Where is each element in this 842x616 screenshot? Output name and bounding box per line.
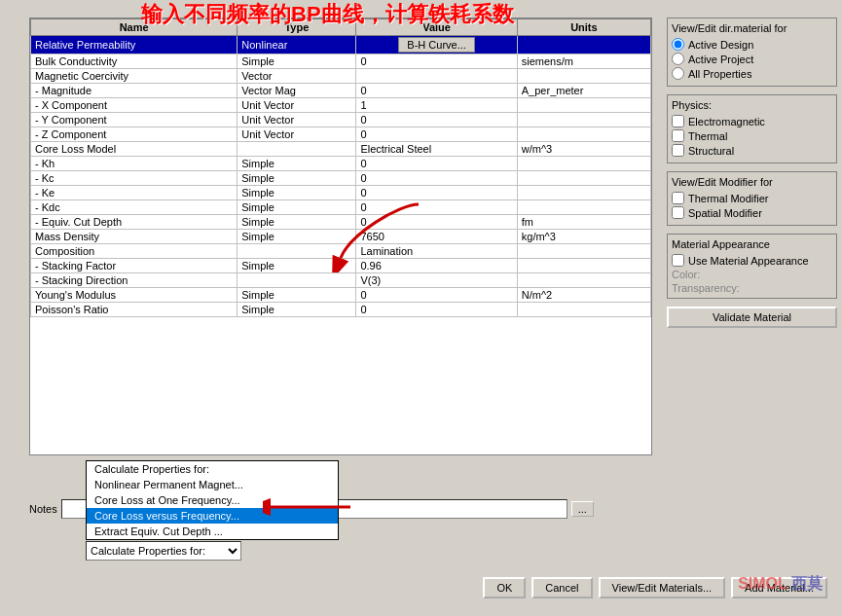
row-units-cell: A_per_meter [517,84,650,98]
notes-browse-button[interactable]: ... [571,501,594,517]
row-units-cell [517,127,650,142]
row-units-cell: w/m^3 [517,142,650,157]
row-type-cell: Simple [238,303,356,317]
row-units-cell [517,113,650,127]
ok-button[interactable]: OK [483,577,526,598]
row-units-cell [517,200,650,215]
red-arrow-2 [263,478,360,536]
spatial-modifier-label: Spatial Modifier [688,207,762,219]
row-value-cell: V(3) [356,273,517,288]
thermal-modifier-checkbox[interactable] [672,192,684,204]
row-value-cell: 0 [356,54,517,69]
table-row[interactable]: Relative PermeabilityNonlinearB-H Curve.… [31,36,651,54]
radio-all-properties-label: All Properties [688,68,751,80]
row-units-cell [517,186,650,200]
table-row[interactable]: Young's ModulusSimple0N/m^2 [31,288,651,303]
row-value-cell: 0 [356,113,517,127]
row-name-cell: - Equiv. Cut Depth [31,215,238,230]
row-value-cell: 0 [356,84,517,98]
radio-active-design[interactable]: Active Design [672,38,832,51]
radio-active-project-input[interactable] [672,53,684,65]
row-value-cell: 0 [356,157,517,171]
row-name-cell: - Stacking Factor [31,259,238,273]
row-type-cell: Simple [238,157,356,171]
row-name-cell: Bulk Conductivity [31,54,238,69]
radio-active-project[interactable]: Active Project [672,53,832,65]
red-arrow-1 [331,195,448,272]
view-edit-materials-button[interactable]: View/Edit Materials... [599,577,726,598]
row-name-cell: Mass Density [31,230,238,244]
calculate-properties-dropdown[interactable]: Calculate Properties for:Nonlinear Perma… [86,541,241,561]
row-units-cell [517,273,650,288]
row-type-cell [238,273,356,288]
row-type-cell: Simple [238,171,356,186]
electromagnetic-checkbox[interactable] [672,115,684,127]
row-name-cell: - Kc [31,171,238,186]
thermal-modifier[interactable]: Thermal Modifier [672,192,832,204]
bottom-buttons-row: OK Cancel View/Edit Materials... Add Mat… [29,577,827,598]
table-row[interactable]: - Stacking DirectionV(3) [31,273,651,288]
cancel-button[interactable]: Cancel [531,577,592,598]
row-type-cell: Unit Vector [238,127,356,142]
row-units-cell [517,171,650,186]
row-name-cell: - Kdc [31,200,238,215]
color-label: Color: [672,269,700,280]
table-row[interactable]: Core Loss ModelElectrical Steelw/m^3 [31,142,651,157]
row-value-cell: 0 [356,303,517,317]
table-row[interactable]: - Y ComponentUnit Vector0 [31,113,651,127]
annotation-text: 输入不同频率的BP曲线，计算铁耗系数 [141,0,514,29]
bh-curve-button[interactable]: B-H Curve... [398,37,475,53]
row-value-cell: 0 [356,288,517,303]
row-name-cell: Poisson's Ratio [31,303,238,317]
color-row: Color: [672,269,832,280]
row-name-cell: - Stacking Direction [31,273,238,288]
table-row[interactable]: Poisson's RatioSimple0 [31,303,651,317]
row-name-cell: - Z Component [31,127,238,142]
notes-label: Notes [29,503,57,515]
radio-active-design-input[interactable] [672,38,684,51]
validate-material-button[interactable]: Validate Material [667,307,837,328]
physics-thermal[interactable]: Thermal [672,129,832,142]
physics-structural[interactable]: Structural [672,144,832,157]
table-row[interactable]: - MagnitudeVector Mag0A_per_meter [31,84,651,98]
electromagnetic-label: Electromagnetic [688,116,765,127]
table-row[interactable]: - KhSimple0 [31,157,651,171]
row-units-cell [517,157,650,171]
thermal-modifier-label: Thermal Modifier [688,193,769,204]
table-row[interactable]: - X ComponentUnit Vector1 [31,98,651,113]
spatial-modifier-checkbox[interactable] [672,206,684,219]
row-value-cell: 0 [356,127,517,142]
table-row[interactable]: - KcSimple0 [31,171,651,186]
spatial-modifier[interactable]: Spatial Modifier [672,206,832,219]
dropdown-option-0[interactable]: Calculate Properties for: [87,461,338,477]
row-name-cell: Relative Permeability [31,36,238,54]
transparency-row: Transparency: [672,282,832,294]
radio-all-properties[interactable]: All Properties [672,67,832,80]
physics-electromagnetic[interactable]: Electromagnetic [672,115,832,127]
structural-checkbox[interactable] [672,144,684,157]
modifier-group: View/Edit Modifier for Thermal Modifier … [667,171,837,226]
appearance-title: Material Appearance [672,238,832,250]
row-type-cell: Unit Vector [238,98,356,113]
row-value-cell[interactable]: Electrical Steel [356,142,517,157]
table-row[interactable]: - Z ComponentUnit Vector0 [31,127,651,142]
appearance-group: Material Appearance Use Material Appeara… [667,234,837,299]
row-value-cell[interactable]: B-H Curve... [356,36,517,54]
use-appearance-checkbox[interactable] [672,254,684,267]
table-row[interactable]: Magnetic CoercivityVector [31,69,651,84]
radio-all-properties-input[interactable] [672,67,684,80]
table-row[interactable]: Bulk ConductivitySimple0siemens/m [31,54,651,69]
row-type-cell: Vector [238,69,356,84]
row-units-cell [517,69,650,84]
row-units-cell: kg/m^3 [517,230,650,244]
radio-active-project-label: Active Project [688,54,753,65]
row-value-cell: 1 [356,98,517,113]
right-panel: View/Edit dir.material for Active Design… [667,18,837,336]
view-edit-title: View/Edit dir.material for [672,22,832,34]
row-units-cell [517,36,650,54]
row-units-cell [517,98,650,113]
use-appearance[interactable]: Use Material Appearance [672,254,832,267]
thermal-checkbox[interactable] [672,129,684,142]
row-name-cell: Composition [31,244,238,259]
modifier-title: View/Edit Modifier for [672,176,832,188]
